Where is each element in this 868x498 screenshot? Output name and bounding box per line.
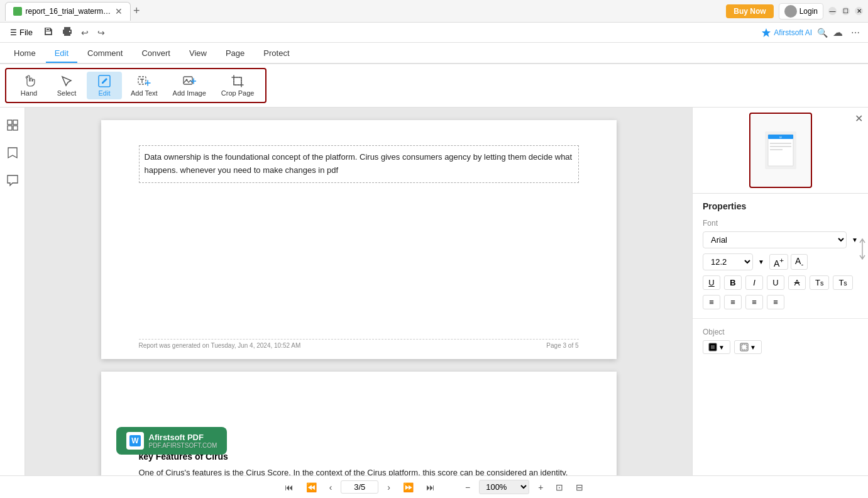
object-buttons: ▼ ▼ bbox=[703, 340, 858, 354]
pdf-content-area[interactable]: Data ownership is the foundational conce… bbox=[25, 108, 692, 475]
decrease-font-size-button[interactable]: A- bbox=[791, 254, 808, 270]
bold-button[interactable]: B bbox=[724, 275, 742, 290]
object-section-label: Object bbox=[703, 328, 858, 336]
select-label: Select bbox=[57, 89, 77, 97]
zoom-out-button[interactable]: − bbox=[461, 480, 474, 494]
align-center-button[interactable]: ≡ bbox=[724, 295, 742, 309]
file-menu-label: File bbox=[19, 28, 33, 37]
hand-tool-button[interactable]: Hand bbox=[11, 72, 47, 99]
svg-rect-21 bbox=[770, 146, 791, 147]
svg-rect-24 bbox=[711, 345, 715, 349]
browser-tab[interactable]: report_16_trial_waterm... * ✕ bbox=[5, 2, 131, 21]
object-position-button[interactable]: ▼ bbox=[703, 340, 730, 354]
svg-rect-0 bbox=[64, 27, 70, 30]
window-controls: — ☐ ✕ bbox=[828, 7, 863, 15]
more-options-button[interactable]: ⋯ bbox=[848, 26, 863, 40]
properties-title: Properties bbox=[693, 194, 868, 214]
menu-bar: ☰ File ↩ ↪ Afirstsoft AI 🔍 ☁ ⋯ bbox=[0, 23, 868, 43]
subscript-button[interactable]: Ts bbox=[833, 275, 852, 290]
add-text-button[interactable]: Add Text bbox=[124, 72, 164, 99]
pdf-page3-text: Data ownership is the foundational conce… bbox=[145, 152, 573, 175]
login-label: Login bbox=[799, 7, 818, 16]
print-button[interactable] bbox=[59, 25, 75, 40]
file-menu[interactable]: ☰ File bbox=[5, 26, 38, 38]
login-button[interactable]: Login bbox=[779, 3, 823, 19]
underline2-button[interactable]: U bbox=[767, 275, 784, 290]
cloud-icon: ☁ bbox=[833, 26, 843, 38]
tab-view[interactable]: View bbox=[180, 45, 216, 63]
pdf-page-footer: Report was generated on Tuesday, Jun 4, … bbox=[139, 339, 579, 349]
buy-now-button[interactable]: Buy Now bbox=[726, 4, 773, 18]
align-left-button[interactable]: ≡ bbox=[703, 295, 720, 309]
italic-button[interactable]: I bbox=[745, 275, 763, 290]
svg-rect-11 bbox=[13, 120, 18, 124]
edit-label: Edit bbox=[99, 89, 111, 97]
underline-button[interactable]: U bbox=[703, 275, 720, 290]
collapse-panel-icon[interactable] bbox=[857, 236, 868, 262]
ai-button[interactable]: Afirstsoft AI bbox=[761, 28, 812, 38]
tab-convert[interactable]: Convert bbox=[133, 45, 179, 63]
next-page-button[interactable]: › bbox=[383, 480, 394, 494]
font-section: Font Arial ▼ 12.2 ▼ A+ A- U B bbox=[693, 214, 868, 314]
pdf-text-content[interactable]: Data ownership is the foundational conce… bbox=[139, 145, 579, 183]
strikethrough-button[interactable]: A bbox=[788, 275, 806, 290]
redo-button[interactable]: ↪ bbox=[94, 26, 108, 40]
app-body: Data ownership is the foundational conce… bbox=[0, 108, 868, 475]
go-to-first-page-button[interactable]: ⏮ bbox=[281, 480, 297, 494]
align-right-button[interactable]: ≡ bbox=[745, 295, 763, 309]
report-tag-text: port: Cirus bbox=[143, 436, 178, 445]
select-tool-button[interactable]: Select bbox=[49, 72, 84, 99]
panel-close-button[interactable]: ✕ bbox=[855, 113, 863, 124]
tab-comment[interactable]: Comment bbox=[79, 45, 131, 63]
sidebar-thumbnail-icon[interactable] bbox=[5, 118, 20, 133]
panel-preview-area: W ✕ bbox=[693, 108, 868, 194]
svg-text:W: W bbox=[131, 436, 139, 445]
fit-width-button[interactable]: ⊟ bbox=[572, 480, 587, 494]
search-button[interactable]: 🔍 bbox=[817, 28, 828, 38]
object-size-button[interactable]: ▼ bbox=[734, 340, 762, 354]
svg-rect-2 bbox=[64, 33, 70, 36]
sidebar-comment-icon[interactable] bbox=[5, 173, 20, 188]
page-number-input[interactable]: 3/5 bbox=[341, 480, 378, 494]
go-to-next-page-button[interactable]: ⏩ bbox=[399, 480, 417, 494]
save-button[interactable] bbox=[40, 25, 57, 40]
prev-page-button[interactable]: ‹ bbox=[326, 480, 336, 494]
zoom-select[interactable]: 100% bbox=[479, 480, 529, 494]
tab-close-icon[interactable]: ✕ bbox=[115, 6, 123, 16]
undo-button[interactable]: ↩ bbox=[78, 26, 92, 40]
go-to-last-page-button[interactable]: ⏭ bbox=[422, 480, 439, 494]
crop-page-button[interactable]: Crop Page bbox=[215, 72, 261, 99]
edit-tool-button[interactable]: Edit bbox=[87, 72, 122, 99]
align-justify-button[interactable]: ≡ bbox=[767, 295, 784, 309]
tab-favicon bbox=[13, 7, 22, 16]
font-size-buttons: A+ A- bbox=[769, 254, 808, 270]
right-properties-panel: W ✕ Properties Font Arial ▼ 12.2 ▼ A+ A- bbox=[692, 108, 868, 475]
font-family-select[interactable]: Arial bbox=[703, 231, 847, 248]
fit-page-button[interactable]: ⊡ bbox=[552, 480, 567, 494]
go-to-prev-page-button[interactable]: ⏪ bbox=[302, 480, 321, 494]
toolbar-area: Hand Select Edit bbox=[0, 64, 868, 108]
new-tab-button[interactable]: + bbox=[133, 4, 140, 18]
close-window-button[interactable]: ✕ bbox=[855, 7, 863, 15]
report-tag: port: Cirus bbox=[139, 435, 182, 446]
tab-page[interactable]: Page bbox=[217, 45, 253, 63]
increase-font-size-button[interactable]: A+ bbox=[769, 254, 788, 270]
add-image-button[interactable]: Add Image bbox=[167, 72, 212, 99]
font-family-row: Arial ▼ bbox=[703, 231, 858, 248]
minimize-button[interactable]: — bbox=[828, 7, 837, 15]
pdf-footer-date: Report was generated on Tuesday, Jun 4, … bbox=[139, 342, 301, 349]
superscript-button[interactable]: Ts bbox=[810, 275, 829, 290]
alignment-row: ≡ ≡ ≡ ≡ bbox=[703, 295, 858, 309]
svg-rect-12 bbox=[8, 126, 12, 130]
zoom-in-button[interactable]: + bbox=[534, 480, 547, 494]
tab-edit[interactable]: Edit bbox=[46, 45, 77, 63]
sidebar-bookmark-icon[interactable] bbox=[5, 145, 20, 160]
tab-title: report_16_trial_waterm... * bbox=[26, 7, 111, 16]
font-size-select[interactable]: 12.2 bbox=[703, 253, 753, 270]
maximize-button[interactable]: ☐ bbox=[842, 7, 850, 15]
pdf-page-4: W Afirstsoft PDF PDF.AFIRSTSOFT.COM port… bbox=[101, 372, 617, 475]
tab-home[interactable]: Home bbox=[5, 45, 45, 63]
crop-page-label: Crop Page bbox=[221, 89, 255, 97]
tab-protect[interactable]: Protect bbox=[255, 45, 298, 63]
pdf-page-3: Data ownership is the foundational conce… bbox=[101, 120, 617, 359]
